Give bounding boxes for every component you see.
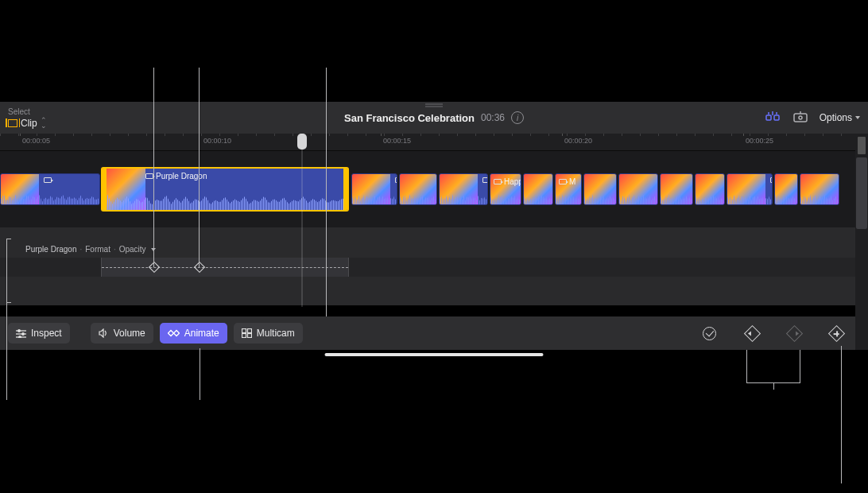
svg-rect-19 — [247, 329, 251, 333]
timeline-clip[interactable]: M — [555, 173, 582, 205]
project-title: San Francisco Celebration — [344, 112, 475, 124]
options-label: Options — [820, 112, 852, 123]
minimap-icon — [858, 137, 866, 154]
animation-scope[interactable] — [101, 258, 349, 277]
timeline-vertical-scrollbar[interactable] — [855, 134, 868, 350]
inspect-button[interactable]: Inspect — [8, 323, 70, 344]
editor-header: Select Clip ⌃⌄ San Francisco Celebration… — [0, 102, 868, 134]
snap-icon[interactable] — [792, 111, 808, 124]
svg-point-15 — [19, 336, 21, 337]
editor-bottom-bar: Inspect Volume Animate Multicam — [0, 316, 855, 350]
video-icon — [770, 177, 773, 183]
svg-point-8 — [799, 116, 802, 119]
options-button[interactable]: Options — [820, 112, 860, 123]
timeline-clip[interactable] — [0, 173, 100, 205]
select-mode-label: Select — [8, 107, 47, 116]
chevron-down-icon — [855, 116, 860, 119]
volume-label: Volume — [114, 328, 145, 339]
chevron-down-icon — [151, 248, 156, 251]
video-icon — [395, 177, 397, 183]
clip-icon — [8, 119, 17, 127]
scroll-thumb[interactable] — [856, 157, 867, 229]
svg-rect-21 — [247, 334, 251, 338]
animation-editor: Purple Dragon · Format · Opacity — [0, 227, 855, 305]
video-icon — [44, 177, 52, 183]
ruler-tick-label: 00:00:05 — [22, 137, 50, 145]
ruler-tick-label: 00:00:25 — [746, 137, 773, 145]
video-icon — [482, 177, 488, 183]
svg-rect-18 — [242, 329, 246, 333]
magnetic-timeline-icon[interactable] — [764, 111, 781, 124]
ruler-tick-label: 00:00:15 — [383, 137, 411, 145]
clip-trim-handle-left[interactable] — [101, 169, 107, 210]
select-mode-value: Clip — [21, 118, 37, 129]
chevron-updown-icon: ⌃⌄ — [41, 118, 47, 129]
ruler-tick-label: 00:00:20 — [564, 137, 592, 145]
timeline-ruler[interactable]: 00:00:0500:00:1000:00:1500:00:2000:00:25 — [0, 134, 855, 151]
video-icon — [559, 179, 567, 184]
timeline-clip-selected[interactable]: Purple Dragon — [101, 167, 349, 212]
keyframe-marker[interactable] — [149, 262, 160, 273]
timeline-track-area[interactable]: Purple DragonHappMP — [0, 151, 855, 227]
animate-button[interactable]: Animate — [160, 323, 227, 344]
timeline-clip[interactable]: Happ — [490, 173, 521, 205]
animation-value-line[interactable] — [102, 267, 348, 268]
multicam-button[interactable]: Multicam — [234, 323, 303, 344]
info-icon[interactable]: i — [511, 111, 524, 124]
timeline-clip[interactable] — [660, 173, 693, 205]
volume-button[interactable]: Volume — [91, 323, 153, 344]
keyframe-marker[interactable] — [194, 262, 205, 273]
anim-crumb-format: Format — [85, 245, 110, 254]
video-icon — [494, 179, 502, 184]
timeline-clip[interactable] — [800, 173, 839, 205]
svg-rect-16 — [168, 330, 173, 336]
inspect-label: Inspect — [31, 328, 62, 339]
prev-keyframe-button[interactable] — [744, 324, 761, 341]
sliders-icon — [16, 329, 26, 338]
select-mode-button[interactable]: Clip ⌃⌄ — [8, 118, 47, 129]
anim-clip-name: Purple Dragon — [25, 245, 76, 254]
animation-breadcrumb[interactable]: Purple Dragon · Format · Opacity — [25, 245, 156, 254]
grid-icon — [242, 328, 252, 338]
svg-rect-20 — [242, 334, 246, 338]
add-keyframe-button[interactable] — [828, 324, 845, 341]
timeline-clip[interactable]: P — [618, 173, 658, 205]
timeline-clip[interactable] — [727, 173, 773, 205]
svg-rect-3 — [774, 115, 779, 120]
window-drag-handle-icon[interactable] — [425, 103, 443, 108]
animate-label: Animate — [184, 328, 219, 339]
timeline-clip[interactable] — [399, 173, 437, 205]
svg-point-14 — [22, 332, 25, 335]
ruler-tick-label: 00:00:10 — [203, 137, 231, 145]
timeline-clip[interactable] — [523, 173, 553, 205]
timeline-clip[interactable] — [439, 173, 488, 205]
speaker-icon — [99, 328, 109, 338]
timeline-clip[interactable] — [351, 173, 397, 205]
home-indicator — [325, 353, 544, 356]
timeline-clip[interactable] — [695, 173, 725, 205]
next-keyframe-button[interactable] — [786, 324, 803, 341]
video-icon — [145, 173, 153, 179]
timeline-clip[interactable] — [583, 173, 617, 205]
anim-crumb-param: Opacity — [119, 245, 146, 254]
enable-keyframing-button[interactable] — [703, 327, 716, 340]
timeline-clip[interactable] — [774, 173, 798, 205]
playhead[interactable] — [297, 134, 307, 149]
svg-point-13 — [18, 329, 21, 332]
clip-trim-handle-right[interactable] — [343, 169, 349, 210]
keyframes-icon — [168, 328, 180, 338]
svg-rect-7 — [794, 114, 807, 122]
multicam-label: Multicam — [257, 328, 295, 339]
project-duration: 00:36 — [481, 112, 505, 123]
svg-rect-17 — [173, 330, 179, 336]
svg-rect-2 — [766, 115, 771, 120]
